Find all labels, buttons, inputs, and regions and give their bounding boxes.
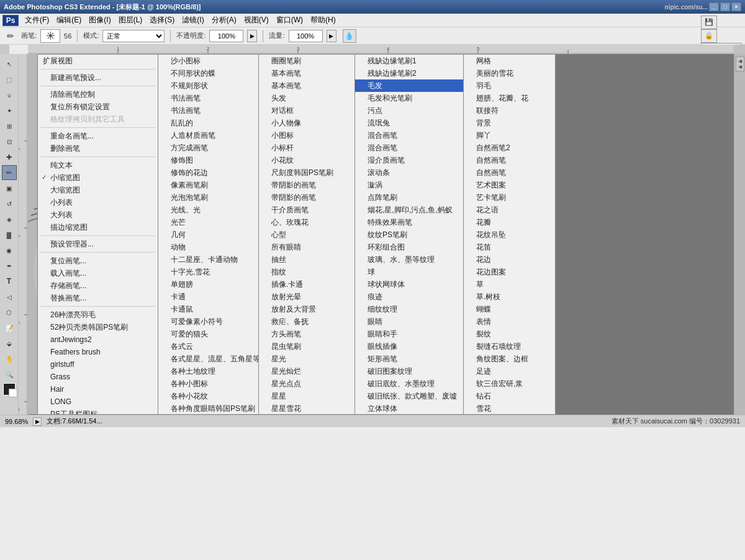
b2-7[interactable]: 人造材质画笔: [158, 129, 258, 142]
collapse-btn[interactable]: ◀◀: [736, 56, 744, 71]
tool-slice[interactable]: ⊡: [2, 134, 17, 149]
b5-21[interactable]: 蝴蝶: [464, 303, 555, 315]
large-list-item[interactable]: 大列表: [38, 209, 158, 221]
b2-26[interactable]: 各种土地纹理: [158, 365, 258, 377]
b2-13[interactable]: 光线、光: [158, 204, 258, 216]
brush-ps-icons[interactable]: PS工具栏图标: [38, 408, 158, 415]
tool-magic-wand[interactable]: ✦: [2, 103, 17, 118]
b5-13[interactable]: 花之语: [464, 204, 555, 216]
b5-11[interactable]: 艺术图案: [464, 179, 555, 191]
b3-6[interactable]: 小人物像: [259, 117, 354, 129]
mode-select[interactable]: 正常: [102, 30, 165, 42]
b4-21[interactable]: 细纹纹理: [355, 303, 463, 315]
b3-2[interactable]: 基本画笔: [259, 67, 354, 79]
brush-52shell[interactable]: 52种贝壳类韩国PS笔刷: [38, 321, 158, 333]
b3-27[interactable]: 星光点点: [259, 377, 354, 390]
b3-24[interactable]: 昆虫笔刷: [259, 340, 354, 353]
b2-16[interactable]: 动物: [158, 241, 258, 253]
b5-2[interactable]: 美丽的雪花: [464, 67, 555, 79]
b3-20[interactable]: 放射光晕: [259, 291, 354, 303]
tool-crop[interactable]: ⊞: [2, 119, 17, 133]
b5-4[interactable]: 翅膀、花瓣、花: [464, 92, 555, 104]
b4-11[interactable]: 漩涡: [355, 179, 463, 191]
preset-mgr-item[interactable]: 预设管理器...: [38, 238, 158, 250]
b4-23[interactable]: 眼睛和手: [355, 328, 463, 340]
tool-path[interactable]: ◁: [2, 289, 17, 304]
b4-24[interactable]: 眼线插像: [355, 340, 463, 353]
b2-1[interactable]: 沙小图标: [158, 55, 258, 67]
b4-27[interactable]: 破旧底纹、水墨纹理: [355, 377, 463, 390]
airbrush-btn[interactable]: 💧: [343, 29, 356, 43]
b2-20[interactable]: 卡通: [158, 291, 258, 303]
brush-antjewings2[interactable]: antJewings2: [38, 333, 158, 346]
b3-14[interactable]: 心、玫瑰花: [259, 216, 354, 228]
b3-15[interactable]: 心型: [259, 228, 354, 241]
b2-5[interactable]: 书法画笔: [158, 104, 258, 117]
b4-26[interactable]: 破旧图案纹理: [355, 365, 463, 377]
menu-item-image[interactable]: 图像(I): [85, 14, 114, 27]
b4-12[interactable]: 点阵笔刷: [355, 191, 463, 204]
b2-9[interactable]: 修饰图: [158, 154, 258, 166]
b4-19[interactable]: 球状网球体: [355, 278, 463, 291]
b3-23[interactable]: 方头画笔: [259, 328, 354, 340]
brush-long[interactable]: LONG: [38, 395, 158, 408]
tool-zoom[interactable]: 🔍: [2, 367, 17, 382]
plain-text-item[interactable]: 纯文本: [38, 159, 158, 171]
b5-16[interactable]: 花笛: [464, 241, 555, 253]
b4-7[interactable]: 混合画笔: [355, 129, 463, 142]
b4-20[interactable]: 痕迹: [355, 291, 463, 303]
b5-28[interactable]: 钻石: [464, 390, 555, 402]
rename-brush-item[interactable]: 重命名画笔...: [38, 130, 158, 142]
tool-lasso[interactable]: ⍟: [2, 88, 17, 102]
menu-item-window[interactable]: 窗口(W): [273, 14, 307, 27]
b3-13[interactable]: 干介质画笔: [259, 204, 354, 216]
reset-lock-item[interactable]: 复位所有锁定设置: [38, 101, 158, 113]
b2-19[interactable]: 单翅膀: [158, 278, 258, 291]
lock-btn[interactable]: 🔒: [701, 29, 717, 43]
b5-6[interactable]: 背景: [464, 117, 555, 129]
b3-11[interactable]: 带阴影的画笔: [259, 179, 354, 191]
win-close-btn[interactable]: ×: [731, 2, 741, 11]
win-restore-btn[interactable]: □: [720, 2, 730, 11]
b2-25[interactable]: 各式星星、流星、五角星等图案: [158, 353, 258, 365]
b2-2[interactable]: 不同形状的蝶: [158, 67, 258, 79]
b4-10[interactable]: 滚动条: [355, 166, 463, 179]
brush-26feather[interactable]: 26种漂亮羽毛: [38, 309, 158, 321]
b4-9[interactable]: 湿介质画笔: [355, 154, 463, 166]
brush-preview[interactable]: ✳: [40, 29, 60, 43]
b5-20[interactable]: 草.树枝: [464, 291, 555, 303]
clear-brush-item[interactable]: 清除画笔控制: [38, 88, 158, 101]
b5-12[interactable]: 艺卡笔刷: [464, 191, 555, 204]
opacity-input[interactable]: [209, 30, 243, 42]
zoom-btn[interactable]: ▶: [33, 417, 42, 426]
menu-item-filter[interactable]: 滤镜(I): [178, 14, 207, 27]
opacity-arrow[interactable]: ▶: [247, 30, 257, 42]
tool-heal[interactable]: ✚: [2, 150, 17, 165]
b2-11[interactable]: 像素画笔刷: [158, 179, 258, 191]
b5-10[interactable]: 自然画笔: [464, 166, 555, 179]
b4-25[interactable]: 矩形画笔: [355, 353, 463, 365]
b5-26[interactable]: 足迹: [464, 365, 555, 377]
new-brush-item[interactable]: 新建画笔预设...: [38, 71, 158, 84]
b5-27[interactable]: 软三倍宏研,浆: [464, 377, 555, 390]
win-minimize-btn[interactable]: _: [709, 2, 719, 11]
tool-hand[interactable]: ✋: [2, 351, 17, 366]
b5-1[interactable]: 网格: [464, 55, 555, 67]
b3-12[interactable]: 带阴影的画笔: [259, 191, 354, 204]
b5-18[interactable]: 花边图案: [464, 266, 555, 278]
b4-18[interactable]: 球: [355, 266, 463, 278]
b4-13[interactable]: 烟花,星,脚印,污点,鱼,蚂蚁: [355, 204, 463, 216]
b5-19[interactable]: 草: [464, 278, 555, 291]
b4-4[interactable]: 毛发和光笔刷: [355, 92, 463, 104]
b2-27[interactable]: 各种小图标: [158, 377, 258, 390]
flow-arrow[interactable]: ▶: [327, 30, 336, 42]
b3-26[interactable]: 星光灿烂: [259, 365, 354, 377]
b3-9[interactable]: 小花纹: [259, 154, 354, 166]
replace-brush-item[interactable]: 替换画笔...: [38, 292, 158, 304]
menu-item-layer[interactable]: 图层(L): [115, 14, 147, 27]
tool-gradient[interactable]: ▓: [2, 227, 17, 242]
b3-21[interactable]: 放射及大背景: [259, 303, 354, 315]
tool-notes[interactable]: 📝: [2, 320, 17, 335]
b2-12[interactable]: 光泡泡笔刷: [158, 191, 258, 204]
b5-8[interactable]: 自然画笔2: [464, 142, 555, 154]
